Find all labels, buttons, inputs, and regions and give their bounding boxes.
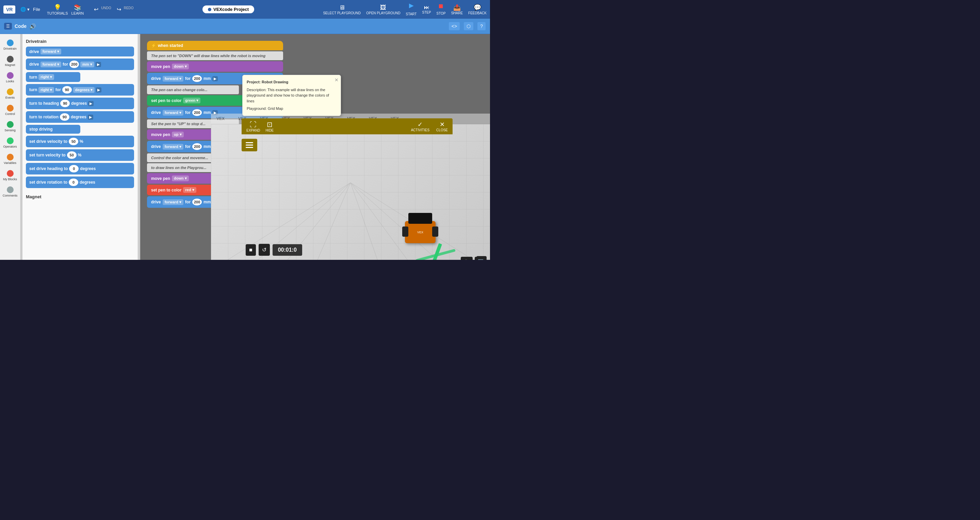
- block-set-drive-rotation[interactable]: set drive rotation to 0 degrees: [26, 176, 134, 188]
- robot: VEX: [405, 221, 436, 243]
- sidebar-item-variables[interactable]: Variables: [1, 152, 19, 166]
- globe-button[interactable]: 🌐 ▾: [21, 7, 30, 12]
- section-title-magnet: Magnet: [26, 194, 134, 199]
- project-title: VEXcode Project: [202, 5, 254, 13]
- hint-playground: Playground: Grid Map: [247, 106, 337, 111]
- block-turn-to-rotation[interactable]: turn to rotation 90 degrees ▶: [26, 111, 134, 123]
- block-drive-forward-mm[interactable]: drive forward ▾ for 200 mm ▾ ▶: [26, 59, 134, 70]
- hide-btn[interactable]: ⊡ HIDE: [266, 120, 274, 132]
- block-stop-driving[interactable]: stop driving: [26, 125, 80, 134]
- reset-btn[interactable]: ↺: [259, 244, 270, 256]
- right-tools: 🖥 SELECT PLAYGROUND 🖼 OPEN PLAYGROUND ▶ …: [323, 2, 487, 17]
- redo-label: REDO: [124, 6, 134, 13]
- block-turn-right-degrees[interactable]: turn right ▾ for 90 degrees ▾ ▶: [26, 84, 134, 95]
- svg-line-6: [350, 182, 381, 260]
- viewport-3d: VEXVEXVEXVEXVEXVEXVEXVEXVEX: [211, 114, 490, 260]
- blocks-panel: Drivetrain drive forward ▾ drive forward…: [22, 34, 138, 260]
- sidebar-item-operators[interactable]: Operators: [1, 135, 19, 150]
- file-menu[interactable]: File: [33, 7, 40, 12]
- code-label: Code: [14, 24, 27, 29]
- corner-btn-row: 🎥 🔄: [461, 257, 487, 260]
- select-playground-btn[interactable]: 🖥 SELECT PLAYGROUND: [323, 4, 361, 15]
- viewport-bottom-controls: ■ ↺ 00:01:0: [246, 244, 302, 256]
- step-btn[interactable]: ⏭ STEP: [422, 5, 431, 14]
- sidebar-item-comments[interactable]: Comments: [1, 184, 19, 199]
- start-btn[interactable]: ▶ START: [406, 2, 417, 17]
- tutorials-btn[interactable]: 💡 TUTORIALS: [47, 4, 68, 15]
- vr-logo[interactable]: VR: [3, 5, 15, 14]
- camera-btn[interactable]: 🎥: [461, 257, 473, 260]
- sidebar-item-sensing[interactable]: Sensing: [1, 119, 19, 134]
- sidebar-item-looks[interactable]: Looks: [1, 70, 19, 85]
- timer-display: 00:01:0: [272, 244, 302, 256]
- main-area: Drivetrain Magnet Looks Events Control S…: [0, 34, 490, 260]
- block-set-drive-velocity[interactable]: set drive velocity to 50 %: [26, 136, 134, 147]
- ws-when-started[interactable]: ⚡ when started: [147, 41, 283, 50]
- learn-btn[interactable]: 📚 LEARN: [72, 4, 84, 15]
- ws-comment-2: The pen can also change colo...: [147, 86, 239, 94]
- sidebar-item-my-blocks[interactable]: My Blocks: [1, 168, 19, 183]
- open-playground-btn[interactable]: 🖼 OPEN PLAYGROUND: [366, 4, 400, 15]
- activities-btn[interactable]: ✓ ACTIVITIES: [411, 121, 430, 132]
- sidebar: Drivetrain Magnet Looks Events Control S…: [0, 34, 21, 260]
- expand-btn[interactable]: ⛶ EXPAND: [247, 121, 260, 132]
- hint-popup: ✕ Project: Robot Drawing Description: Th…: [242, 75, 341, 116]
- playground-view-btn[interactable]: ⬡: [463, 22, 474, 31]
- sidebar-item-control[interactable]: Control: [1, 103, 19, 118]
- code-header-left: ☰ Code 🔊: [4, 23, 36, 30]
- ws-move-pen-down[interactable]: move pen down ▾: [147, 61, 283, 72]
- code-workspace: ⚡ when started The pen set to "DOWN" wil…: [140, 34, 490, 260]
- hint-description: Description: This example will draw line…: [247, 87, 337, 104]
- project-dot: [208, 8, 211, 11]
- block-turn-to-heading[interactable]: turn to heading 90 degrees ▶: [26, 98, 134, 109]
- code-icon: ☰: [4, 23, 12, 30]
- stop-recording-btn[interactable]: ■: [246, 244, 256, 256]
- menu-hamburger[interactable]: [242, 139, 257, 151]
- sidebar-item-magnet[interactable]: Magnet: [1, 54, 19, 69]
- undo-btn[interactable]: ↩: [94, 6, 98, 13]
- sidebar-item-drivetrain[interactable]: Drivetrain: [1, 37, 19, 52]
- panel-toolbar: ⛶ EXPAND ⊡ HIDE ✓ ACTIVITIES ✕ CLOSE: [242, 118, 453, 134]
- sound-icon[interactable]: 🔊: [29, 23, 36, 30]
- undo-redo-group: ↩ UNDO ↪ REDO: [94, 6, 134, 13]
- ws-comment-1: The pen set to "DOWN" will draw lines wh…: [147, 51, 283, 60]
- hint-title: Project: Robot Drawing: [247, 79, 337, 85]
- block-set-turn-velocity[interactable]: set turn velocity to 50 %: [26, 149, 134, 161]
- section-title-drivetrain: Drivetrain: [26, 39, 134, 44]
- top-toolbar: VR 🌐 ▾ File 💡 TUTORIALS 📚 LEARN ↩ UNDO ↪…: [0, 0, 490, 19]
- share-btn[interactable]: 📤 SHARE: [451, 4, 463, 15]
- close-btn[interactable]: ✕ CLOSE: [436, 121, 448, 132]
- redo-btn[interactable]: ↪: [117, 6, 121, 13]
- sidebar-item-events[interactable]: Events: [1, 86, 19, 101]
- code-header: ☰ Code 🔊 <> ⬡ ?: [0, 19, 490, 34]
- rotate-btn[interactable]: 🔄: [475, 257, 487, 260]
- code-view-btn[interactable]: <>: [449, 22, 460, 31]
- block-turn-right[interactable]: turn right ▾: [26, 72, 80, 82]
- header-right-icons: <> ⬡ ?: [449, 22, 486, 31]
- help-btn[interactable]: ?: [477, 22, 486, 31]
- block-set-drive-heading[interactable]: set drive heading to 0 degrees: [26, 163, 134, 174]
- stop-btn[interactable]: ⏹ STOP: [437, 3, 446, 16]
- feedback-btn[interactable]: 💬 FEEDBACK: [468, 4, 487, 15]
- hint-close-btn[interactable]: ✕: [334, 76, 339, 84]
- panel-right: ✓ ACTIVITIES ✕ CLOSE: [411, 121, 448, 132]
- block-drive-forward[interactable]: drive forward ▾: [26, 47, 134, 57]
- undo-label: UNDO: [101, 6, 111, 13]
